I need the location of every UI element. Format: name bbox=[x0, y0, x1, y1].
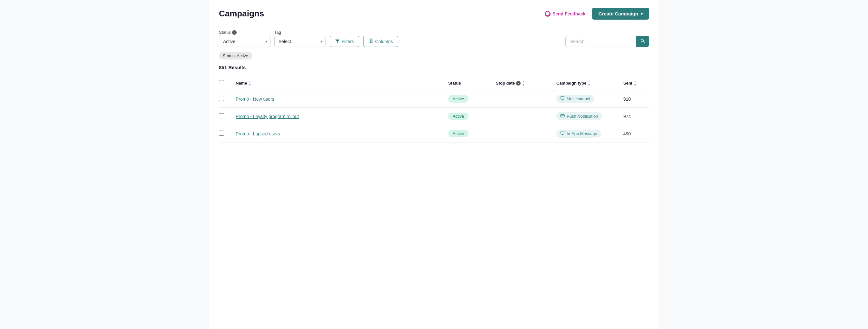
columns-icon bbox=[369, 39, 373, 44]
stop-date-sort-icon[interactable]: ▲▼ bbox=[522, 80, 525, 87]
campaign-name-link-2[interactable]: Promo - Loyalty program rollout bbox=[236, 114, 299, 119]
page-title: Campaigns bbox=[219, 9, 264, 19]
status-badge-3: Active bbox=[448, 130, 468, 137]
status-active-badge-text: Status: Active bbox=[223, 54, 248, 58]
results-count: 851 Results bbox=[219, 65, 649, 70]
search-wrapper bbox=[565, 36, 649, 47]
tag-select-wrapper: Select... ▾ bbox=[274, 36, 326, 47]
status-select[interactable]: Active All Draft Paused Stopped bbox=[219, 36, 271, 47]
campaign-type-cell-2: Push Notification bbox=[556, 112, 621, 120]
search-icon bbox=[640, 39, 645, 44]
multichannel-icon bbox=[560, 96, 565, 102]
campaign-name-cell-1: Promo - New users bbox=[235, 97, 445, 102]
search-input[interactable] bbox=[565, 36, 636, 47]
status-badge-1: Active bbox=[448, 95, 468, 103]
select-all-checkbox-cell bbox=[219, 80, 232, 86]
campaign-type-sort-icon[interactable]: ▲▼ bbox=[588, 80, 590, 87]
sent-sort-icon[interactable]: ▲▼ bbox=[633, 80, 637, 87]
select-all-checkbox[interactable] bbox=[219, 80, 224, 85]
sent-count-1: 910 bbox=[623, 97, 631, 102]
campaign-type-badge-1: Multichannel bbox=[556, 95, 594, 103]
row-checkbox-2[interactable] bbox=[219, 113, 224, 118]
row-checkbox-cell-2 bbox=[219, 113, 232, 119]
col-header-sent: Sent ▲▼ bbox=[623, 80, 649, 87]
active-filters: Status: Active bbox=[219, 52, 649, 60]
campaign-name-link-1[interactable]: Promo - New users bbox=[236, 97, 274, 102]
create-campaign-button[interactable]: Create Campaign ▾ bbox=[592, 8, 649, 20]
status-filter-label: Status i bbox=[219, 30, 271, 35]
create-campaign-label: Create Campaign bbox=[598, 11, 638, 17]
col-header-status: Status bbox=[448, 81, 493, 86]
campaign-type-cell-1: Multichannel bbox=[556, 95, 621, 103]
campaign-name-cell-3: Promo - Lapsed users bbox=[235, 131, 445, 136]
status-cell-3: Active bbox=[448, 130, 493, 137]
columns-button[interactable]: Columns bbox=[363, 36, 398, 47]
header-actions: Send Feedback Create Campaign ▾ bbox=[545, 8, 649, 20]
campaign-type-badge-2: Push Notification bbox=[556, 112, 602, 120]
columns-btn-label: Columns bbox=[375, 39, 393, 44]
svg-rect-4 bbox=[561, 97, 564, 99]
campaign-type-badge-3: In-App Message bbox=[556, 130, 601, 138]
name-sort-icon[interactable]: ▲▼ bbox=[248, 80, 251, 87]
sent-cell-2: 974 bbox=[623, 114, 649, 119]
filters-section: Status i Active All Draft Paused Stopped… bbox=[219, 30, 649, 47]
row-checkbox-cell-3 bbox=[219, 131, 232, 137]
filters-button[interactable]: Filters bbox=[330, 36, 359, 47]
filter-lines-icon bbox=[335, 39, 340, 44]
send-feedback-label: Send Feedback bbox=[553, 11, 586, 17]
svg-rect-0 bbox=[369, 39, 371, 43]
svg-rect-5 bbox=[561, 100, 563, 101]
tag-filter-label: Tag bbox=[274, 30, 326, 35]
table-row: Promo - Loyalty program rollout Active bbox=[219, 108, 649, 125]
sent-cell-1: 910 bbox=[623, 97, 649, 102]
search-button[interactable] bbox=[636, 36, 649, 47]
tag-select[interactable]: Select... bbox=[274, 36, 326, 47]
push-notification-icon bbox=[560, 113, 565, 119]
col-header-campaign-type: Campaign type ▲▼ bbox=[556, 80, 621, 87]
sent-count-2: 974 bbox=[623, 114, 631, 119]
col-header-stop-date: Stop date i ▲▼ bbox=[496, 80, 554, 87]
tag-filter-group: Tag Select... ▾ bbox=[274, 30, 326, 47]
feedback-icon bbox=[545, 11, 551, 17]
svg-line-3 bbox=[643, 41, 645, 43]
campaigns-table: Name ▲▼ Status Stop date i ▲▼ Campaign t… bbox=[219, 76, 649, 142]
filters-btn-label: Filters bbox=[342, 39, 354, 44]
in-app-message-icon bbox=[560, 131, 565, 136]
stop-date-info-icon[interactable]: i bbox=[516, 81, 521, 86]
status-select-wrapper: Active All Draft Paused Stopped ▾ bbox=[219, 36, 271, 47]
row-checkbox-3[interactable] bbox=[219, 131, 224, 136]
svg-rect-7 bbox=[561, 115, 564, 118]
table-row: Promo - Lapsed users Active I bbox=[219, 125, 649, 142]
status-info-icon[interactable]: i bbox=[232, 30, 237, 35]
svg-rect-1 bbox=[371, 39, 373, 43]
svg-point-2 bbox=[641, 39, 644, 42]
campaign-type-cell-3: In-App Message bbox=[556, 130, 621, 138]
campaign-name-cell-2: Promo - Loyalty program rollout bbox=[235, 114, 445, 119]
col-header-name: Name ▲▼ bbox=[235, 80, 445, 87]
svg-rect-9 bbox=[561, 131, 564, 134]
status-cell-2: Active bbox=[448, 112, 493, 120]
status-filter-group: Status i Active All Draft Paused Stopped… bbox=[219, 30, 271, 47]
sent-cell-3: 490 bbox=[623, 131, 649, 136]
page-header: Campaigns Send Feedback Create Campaign … bbox=[219, 8, 649, 20]
status-cell-1: Active bbox=[448, 95, 493, 103]
table-header: Name ▲▼ Status Stop date i ▲▼ Campaign t… bbox=[219, 76, 649, 90]
row-checkbox-1[interactable] bbox=[219, 96, 224, 101]
campaign-name-link-3[interactable]: Promo - Lapsed users bbox=[236, 131, 280, 136]
svg-rect-10 bbox=[561, 134, 563, 135]
row-checkbox-cell-1 bbox=[219, 96, 232, 102]
table-row: Promo - New users Active Mult bbox=[219, 90, 649, 108]
sent-count-3: 490 bbox=[623, 131, 631, 136]
status-badge-2: Active bbox=[448, 112, 468, 120]
status-active-badge: Status: Active bbox=[219, 52, 252, 60]
chevron-down-icon: ▾ bbox=[641, 11, 643, 16]
send-feedback-button[interactable]: Send Feedback bbox=[545, 11, 586, 17]
